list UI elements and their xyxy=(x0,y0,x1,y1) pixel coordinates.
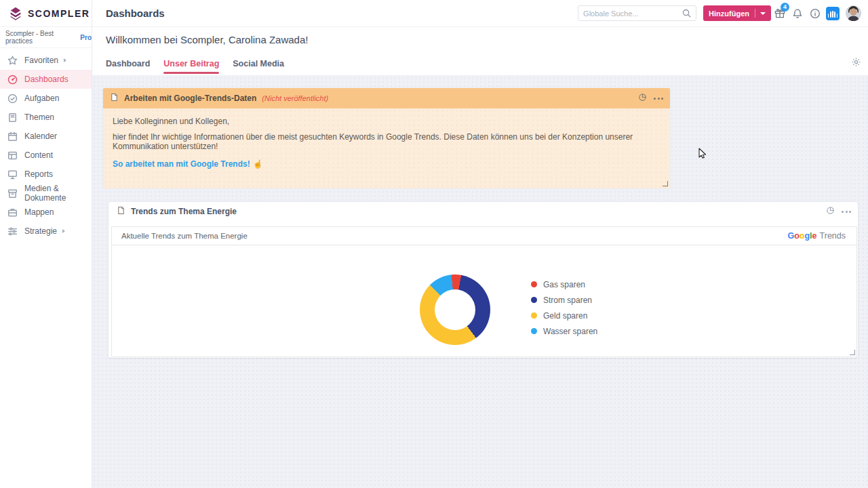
sidebar-item-dashboards[interactable]: Dashboards xyxy=(0,70,92,89)
gear-icon xyxy=(851,57,861,67)
note-panel: Arbeiten mit Google-Trends-Daten (Nicht … xyxy=(103,88,670,188)
help-button[interactable] xyxy=(806,5,824,22)
presentation-icon xyxy=(7,169,18,180)
gauge-icon xyxy=(7,75,18,85)
sidebar-item-favoriten[interactable]: Favoriten xyxy=(0,51,92,70)
sidebar-item-aufgaben[interactable]: Aufgaben xyxy=(0,89,92,108)
legend-dot xyxy=(531,281,537,287)
legend-label: Gas sparen xyxy=(543,280,585,289)
workspace-selector[interactable]: Scompler - Best practices Pro xyxy=(0,27,92,48)
sidebar-item-label: Themen xyxy=(24,113,54,122)
search-icon xyxy=(682,9,691,18)
calendar-icon xyxy=(7,131,18,142)
note-panel-header: Arbeiten mit Google-Trends-Daten (Nicht … xyxy=(103,88,670,108)
sidebar-item-label: Dashboards xyxy=(24,75,68,84)
pointing-up-emoji: ☝️ xyxy=(253,159,263,169)
sidebar-item-label: Content xyxy=(24,150,53,160)
sidebar-item-label: Kalender xyxy=(24,131,57,141)
sidebar-item-label: Strategie xyxy=(24,226,57,236)
more-options-icon[interactable] xyxy=(842,211,851,213)
trends-panel-header: Trends zum Thema Energie xyxy=(108,202,858,221)
note-panel-body: Liebe Kolleginnen und Kollegen, hier fin… xyxy=(103,108,670,188)
avatar-photo xyxy=(846,5,861,21)
donut-chart[interactable] xyxy=(420,274,490,345)
briefcase-icon xyxy=(7,207,18,218)
sidebar-item-label: Aufgaben xyxy=(24,94,59,103)
global-search xyxy=(578,5,696,21)
star-icon xyxy=(7,56,18,66)
tab-social-media[interactable]: Social Media xyxy=(233,52,284,76)
google-trends-link[interactable]: So arbeitet man mit Google Trends! xyxy=(113,159,250,169)
trends-panel: Trends zum Thema Energie Aktuelle Trends… xyxy=(108,202,858,358)
legend-label: Strom sparen xyxy=(543,296,592,305)
avatar[interactable] xyxy=(846,5,861,21)
dashboard-settings-button[interactable] xyxy=(851,57,861,70)
chevron-right-icon xyxy=(62,229,65,233)
tab-unser-beitrag[interactable]: Unser Beitrag xyxy=(163,52,219,76)
resize-handle[interactable] xyxy=(663,181,668,186)
note-line-1: Liebe Kolleginnen und Kollegen, xyxy=(113,117,660,126)
logo-letter: e xyxy=(812,231,817,241)
notifications-button[interactable] xyxy=(789,5,806,22)
document-icon xyxy=(110,92,119,104)
sidebar-item-kalender[interactable]: Kalender xyxy=(0,127,92,146)
widget-header: Aktuelle Trends zum Thema Energie Google… xyxy=(112,227,856,245)
logo-letter: g xyxy=(804,231,810,241)
sidebar-item-strategie[interactable]: Strategie xyxy=(0,222,92,241)
resize-handle[interactable] xyxy=(850,350,855,355)
pie-chart-icon[interactable] xyxy=(638,92,647,104)
logo-letter: o xyxy=(794,231,800,241)
intercom-chat-icon xyxy=(826,7,840,20)
table-icon xyxy=(7,150,18,161)
button-divider xyxy=(755,9,755,18)
legend-dot xyxy=(531,312,537,319)
sidebar-item-content[interactable]: Content xyxy=(0,146,92,165)
sidebar: SCOMPLER Scompler - Best practices Pro F… xyxy=(0,0,92,488)
brand-name: SCOMPLER xyxy=(28,8,90,19)
more-options-icon[interactable] xyxy=(654,98,663,100)
legend-item: Strom sparen xyxy=(531,292,597,308)
welcome-bar: Willkommen bei Scompler, Carolina Zawada… xyxy=(92,27,868,52)
add-button-label: Hinzufügen xyxy=(709,9,749,18)
book-icon xyxy=(7,113,18,123)
chart-legend: Gas sparen Strom sparen Geld sparen Wass… xyxy=(531,277,597,339)
google-trends-logo: Google Trends xyxy=(787,231,846,241)
sidebar-item-medien-dokumente[interactable]: Medien & Dokumente xyxy=(0,184,92,203)
logo[interactable]: SCOMPLER xyxy=(0,0,92,27)
messenger-button[interactable] xyxy=(824,5,842,22)
bell-icon xyxy=(792,8,803,19)
sidebar-item-mappen[interactable]: Mappen xyxy=(0,203,92,222)
page-title: Dashboards xyxy=(106,7,165,19)
sidebar-item-label: Favoriten xyxy=(24,56,58,65)
sliders-icon xyxy=(7,226,18,237)
info-icon xyxy=(810,8,821,19)
legend-item: Gas sparen xyxy=(531,277,597,292)
note-panel-status: (Nicht veröffentlicht) xyxy=(262,94,328,102)
logo-letter: G xyxy=(787,231,794,241)
note-panel-title: Arbeiten mit Google-Trends-Daten xyxy=(124,94,256,103)
scompler-logo-icon xyxy=(8,6,23,21)
whats-new-button[interactable]: 4 xyxy=(771,5,789,22)
search-input[interactable] xyxy=(583,9,682,18)
pie-chart-icon[interactable] xyxy=(826,205,835,218)
legend-item: Geld sparen xyxy=(531,308,597,323)
sidebar-item-themen[interactable]: Themen xyxy=(0,108,92,127)
tab-dashboard[interactable]: Dashboard xyxy=(106,52,150,76)
dashboard-content: Arbeiten mit Google-Trends-Daten (Nicht … xyxy=(92,76,868,488)
trends-panel-title: Trends zum Thema Energie xyxy=(131,207,237,216)
legend-dot xyxy=(531,328,537,334)
logo-suffix: Trends xyxy=(820,231,846,241)
chevron-right-icon xyxy=(64,58,66,62)
legend-dot xyxy=(531,297,537,303)
sidebar-item-reports[interactable]: Reports xyxy=(0,165,92,184)
top-bar: Dashboards Hinzufügen 4 xyxy=(92,0,868,27)
sidebar-item-label: Medien & Dokumente xyxy=(24,184,92,203)
archive-icon xyxy=(7,188,18,199)
dashboard-tabs: Dashboard Unser Beitrag Social Media xyxy=(92,52,868,76)
sidebar-nav: Favoriten Dashboards Aufgaben Themen Kal… xyxy=(0,48,92,241)
add-button[interactable]: Hinzufügen xyxy=(703,5,771,21)
legend-item: Wasser sparen xyxy=(531,323,597,339)
chart-area: Gas sparen Strom sparen Geld sparen Wass… xyxy=(112,245,856,357)
workspace-name: Scompler - Best practices xyxy=(5,30,77,45)
document-icon xyxy=(117,205,125,218)
